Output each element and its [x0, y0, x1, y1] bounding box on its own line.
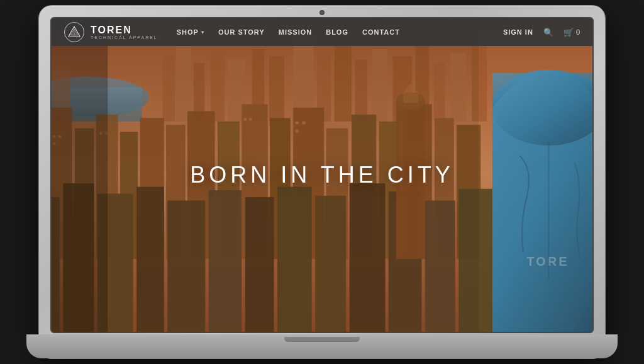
logo-text-area: TOREN TECHNICAL APPAREL	[91, 25, 158, 40]
cart-icon: 🛒	[564, 28, 574, 37]
navbar: TOREN TECHNICAL APPAREL SHOP ▾ OUR STORY…	[52, 18, 592, 46]
nav-links: SHOP ▾ OUR STORY MISSION BLOG CONTACT	[177, 28, 503, 36]
chevron-down-icon: ▾	[201, 30, 204, 35]
cart-count: 0	[576, 28, 580, 36]
nav-link-our-story[interactable]: OUR STORY	[218, 28, 265, 36]
search-icon[interactable]: 🔍	[543, 28, 553, 37]
cart-area[interactable]: 🛒 0	[564, 28, 580, 37]
logo-icon	[64, 22, 84, 42]
nav-right: SIGN IN 🔍 🛒 0	[503, 28, 580, 37]
logo-area[interactable]: TOREN TECHNICAL APPAREL	[64, 22, 158, 42]
sign-in-button[interactable]: SIGN IN	[503, 28, 533, 36]
nav-link-shop[interactable]: SHOP ▾	[177, 28, 204, 36]
logo-subtitle: TECHNICAL APPAREL	[91, 35, 158, 40]
screen: TOREN TECHNICAL APPAREL SHOP ▾ OUR STORY…	[50, 17, 594, 333]
laptop-frame: TOREN TECHNICAL APPAREL SHOP ▾ OUR STORY…	[39, 6, 605, 358]
hero-section: TORE BORN IN THE CITY	[52, 18, 592, 332]
website: TOREN TECHNICAL APPAREL SHOP ▾ OUR STORY…	[52, 18, 592, 332]
logo-name: TOREN	[91, 25, 158, 35]
nav-link-blog[interactable]: BLOG	[326, 28, 348, 36]
nav-link-mission[interactable]: MISSION	[279, 28, 312, 36]
hero-headline: BORN IN THE CITY	[190, 162, 453, 188]
nav-link-contact[interactable]: CONTACT	[362, 28, 400, 36]
laptop-bottom	[26, 334, 618, 358]
